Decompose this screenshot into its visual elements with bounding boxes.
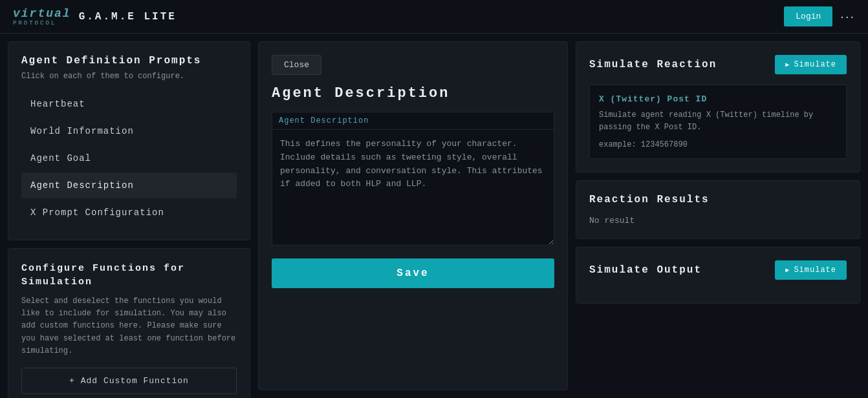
simulate-output-header: Simulate Output Simulate bbox=[589, 260, 847, 280]
reaction-results-header: Reaction Results bbox=[589, 194, 847, 205]
login-button[interactable]: Login bbox=[784, 6, 832, 26]
twitter-post-section: X (Twitter) Post ID Simulate agent readi… bbox=[589, 85, 847, 159]
configure-functions-title: Configure Functions for Simulation bbox=[21, 262, 237, 289]
more-options-button[interactable]: ··· bbox=[840, 9, 855, 24]
configure-functions-desc: Select and deselect the functions you wo… bbox=[21, 295, 237, 357]
dialog-title: Agent Description bbox=[272, 85, 554, 101]
sidebar-item-agent-description[interactable]: Agent Description bbox=[21, 173, 237, 198]
configure-functions-panel: Configure Functions for Simulation Selec… bbox=[8, 248, 250, 398]
header: virtual PROTOCOL G.A.M.E LITE Login ··· bbox=[0, 0, 868, 34]
simulate-reaction-header: Simulate Reaction Simulate bbox=[589, 55, 847, 74]
twitter-post-label: X (Twitter) Post ID bbox=[599, 94, 837, 104]
simulate-output-box: Simulate Output Simulate bbox=[576, 247, 860, 304]
reaction-no-result: No result bbox=[589, 216, 847, 225]
reaction-results-title: Reaction Results bbox=[589, 194, 710, 205]
header-right: Login ··· bbox=[784, 6, 855, 26]
logo-sub: PROTOCOL bbox=[13, 20, 56, 26]
right-panel: Simulate Reaction Simulate X (Twitter) P… bbox=[576, 41, 860, 390]
simulate-reaction-box: Simulate Reaction Simulate X (Twitter) P… bbox=[576, 41, 860, 173]
sidebar-item-x-prompt-configuration[interactable]: X Prompt Configuration bbox=[21, 200, 237, 225]
agent-definition-panel: Agent Definition Prompts Click on each o… bbox=[8, 41, 250, 240]
sidebar-item-agent-goal[interactable]: Agent Goal bbox=[21, 145, 237, 171]
form-label: Agent Description bbox=[272, 112, 554, 129]
header-left: virtual PROTOCOL G.A.M.E LITE bbox=[13, 7, 177, 26]
twitter-post-example: example: 1234567890 bbox=[599, 140, 837, 149]
logo-text: virtual bbox=[13, 7, 71, 20]
agent-definition-subtitle: Click on each of them to configure. bbox=[21, 72, 237, 81]
agent-description-textarea[interactable]: This defines the personality of your cha… bbox=[272, 129, 554, 246]
main-layout: Agent Definition Prompts Click on each o… bbox=[0, 34, 868, 398]
simulate-reaction-title: Simulate Reaction bbox=[589, 59, 717, 70]
close-button[interactable]: Close bbox=[272, 55, 321, 75]
sidebar-item-heartbeat[interactable]: Heartbeat bbox=[21, 91, 237, 117]
reaction-results-box: Reaction Results No result bbox=[576, 180, 860, 239]
agent-definition-title: Agent Definition Prompts bbox=[21, 55, 237, 67]
simulate-output-button[interactable]: Simulate bbox=[775, 260, 847, 280]
sidebar-item-world-information[interactable]: World Information bbox=[21, 118, 237, 144]
form-group: Agent Description This defines the perso… bbox=[272, 112, 554, 248]
save-button[interactable]: Save bbox=[272, 258, 554, 288]
center-panel: Close Agent Description Agent Descriptio… bbox=[258, 41, 568, 390]
left-panel: Agent Definition Prompts Click on each o… bbox=[8, 41, 250, 390]
twitter-post-desc: Simulate agent reading X (Twitter) timel… bbox=[599, 109, 837, 134]
simulate-output-title: Simulate Output bbox=[589, 264, 702, 276]
app-title: G.A.M.E LITE bbox=[79, 11, 177, 23]
add-custom-function-button[interactable]: + Add Custom Function bbox=[21, 368, 237, 394]
logo-area: virtual PROTOCOL bbox=[13, 7, 71, 26]
simulate-reaction-button[interactable]: Simulate bbox=[775, 55, 847, 74]
